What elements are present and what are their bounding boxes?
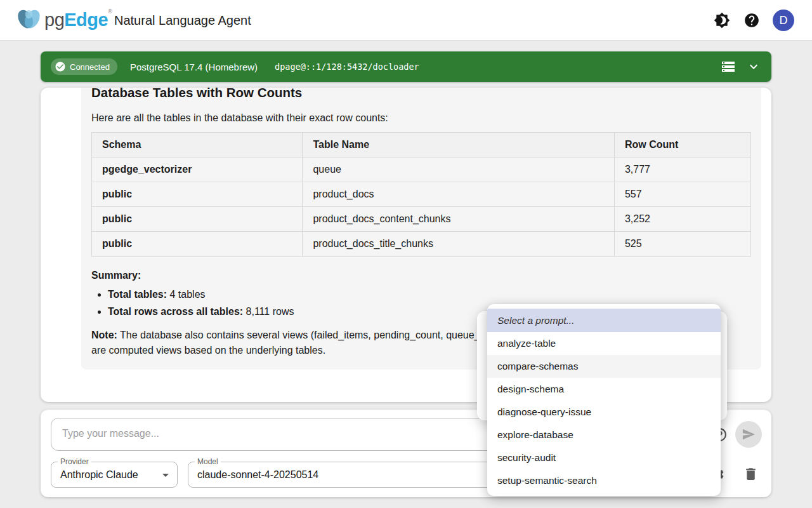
summary-heading: Summary: <box>91 270 751 281</box>
message-input-placeholder: Type your message... <box>62 428 159 439</box>
pgedge-logo-icon <box>14 6 43 35</box>
theme-toggle-icon[interactable] <box>714 12 730 29</box>
prompt-option-placeholder[interactable]: Select a prompt... <box>487 309 721 332</box>
page-title: Natural Language Agent <box>114 0 251 41</box>
send-icon <box>742 427 756 441</box>
table-name-cell: product_docs <box>303 182 614 207</box>
model-value: claude-sonnet-4-20250514 <box>197 462 318 487</box>
table-row: public product_docs_content_chunks 3,252 <box>92 207 751 232</box>
prompt-dropdown: Select a prompt... analyze-table compare… <box>487 304 721 496</box>
row-count-cell: 525 <box>614 232 750 257</box>
row-count-cell: 557 <box>614 182 750 207</box>
db-tables-table: Schema Table Name Row Count pgedge_vecto… <box>91 132 751 257</box>
schema-cell: public <box>92 207 303 232</box>
prompt-option[interactable]: analyze-table <box>487 332 721 355</box>
table-row: public product_docs_title_chunks 525 <box>92 232 751 257</box>
server-version-label: PostgreSQL 17.4 (Homebrew) <box>130 62 258 72</box>
table-row: public product_docs 557 <box>92 182 751 207</box>
table-name-cell: product_docs_title_chunks <box>303 232 614 257</box>
trash-icon[interactable] <box>743 466 759 482</box>
server-list-icon[interactable] <box>721 59 736 74</box>
connection-status-label: Connected <box>70 62 110 72</box>
summary-item: Total tables: 4 tables <box>108 289 751 300</box>
column-header: Schema <box>92 133 303 157</box>
schema-cell: public <box>92 232 303 257</box>
chevron-down-icon[interactable] <box>746 59 761 74</box>
row-count-cell: 3,777 <box>614 157 750 182</box>
table-name-cell: queue <box>303 157 614 182</box>
prompt-option[interactable]: explore-database <box>487 424 721 446</box>
schema-cell: pgedge_vectorizer <box>92 157 303 182</box>
check-circle-icon <box>55 61 66 72</box>
help-icon[interactable] <box>743 12 760 29</box>
prompt-option[interactable]: design-schema <box>487 378 721 401</box>
prompt-option[interactable]: diagnose-query-issue <box>487 401 721 424</box>
provider-value: Anthropic Claude <box>60 462 138 487</box>
connection-string: dpage@::1/128:5432/docloader <box>275 62 419 72</box>
prompt-option[interactable]: setup-semantic-search <box>487 469 721 492</box>
provider-select[interactable]: Provider Anthropic Claude <box>51 462 178 488</box>
column-header: Table Name <box>303 133 614 157</box>
row-count-cell: 3,252 <box>614 207 750 232</box>
column-header: Row Count <box>614 133 750 157</box>
message-heading: Database Tables with Row Counts <box>91 88 751 100</box>
table-header-row: Schema Table Name Row Count <box>92 133 751 157</box>
message-intro: Here are all the tables in the database … <box>91 112 751 124</box>
schema-cell: public <box>92 182 303 207</box>
dropdown-arrow-icon <box>158 467 173 483</box>
connection-status-badge: Connected <box>51 58 117 75</box>
connection-bar: Connected PostgreSQL 17.4 (Homebrew) dpa… <box>41 51 771 82</box>
table-row: pgedge_vectorizer queue 3,777 <box>92 157 751 182</box>
send-button[interactable] <box>735 421 762 448</box>
prompt-option[interactable]: security-audit <box>487 446 721 469</box>
table-name-cell: product_docs_content_chunks <box>303 207 614 232</box>
pgedge-logo-text: pgEdge® <box>44 8 112 30</box>
app-header: pgEdge® Natural Language Agent D <box>0 0 812 41</box>
prompt-option[interactable]: compare-schemas <box>487 355 721 378</box>
user-avatar[interactable]: D <box>773 10 794 31</box>
